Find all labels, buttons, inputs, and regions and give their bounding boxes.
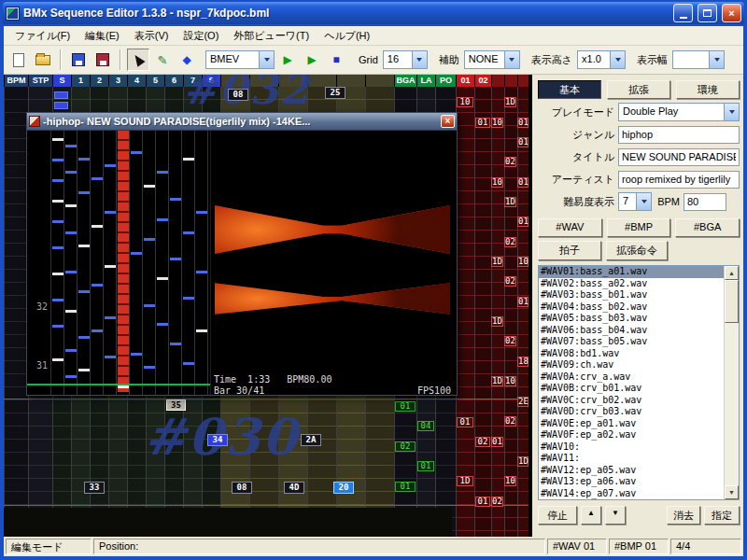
grid-cell[interactable]: 1D: [491, 376, 503, 386]
player-close-button[interactable]: ×: [441, 115, 455, 128]
bmp-button[interactable]: #BMP: [607, 218, 671, 237]
menu-settings[interactable]: 設定(O): [176, 26, 226, 46]
grid-cell[interactable]: 02: [504, 157, 516, 167]
grid-cell[interactable]: 01: [517, 137, 529, 147]
grid-cell[interactable]: 04: [417, 421, 434, 431]
grid-cell[interactable]: 34: [207, 434, 228, 446]
player-window-titlebar[interactable]: -hiphop- NEW SOUND PARADISE(tigerlily mi…: [27, 113, 457, 130]
wav-list-item[interactable]: #WAV0B:crv_b01.wav: [539, 383, 724, 395]
titlebar[interactable]: BMx Sequence Editor 1.3.8 - nspr_7kdpoc.…: [3, 2, 744, 24]
bpm-field[interactable]: [684, 193, 726, 211]
grid-cell[interactable]: [54, 102, 68, 109]
open-file-button[interactable]: [32, 49, 54, 71]
assign-button[interactable]: 指定: [704, 506, 740, 525]
object-tool-button[interactable]: ◆: [176, 49, 198, 71]
grid-cell[interactable]: 1D: [491, 316, 503, 327]
grid-cell[interactable]: 01: [517, 297, 529, 307]
grid-cell[interactable]: 10: [491, 118, 503, 128]
menu-external-viewer[interactable]: 外部ビューワ(T): [226, 26, 317, 46]
menu-help[interactable]: ヘルプ(H): [317, 26, 377, 46]
grid-cell[interactable]: [54, 91, 68, 99]
stop-button[interactable]: ■: [325, 49, 347, 71]
grid-lane[interactable]: [474, 87, 491, 537]
scrollbar[interactable]: ▲ ▼: [724, 266, 739, 499]
grid-cell[interactable]: 02: [491, 497, 503, 507]
save-button[interactable]: [67, 49, 90, 71]
wav-list-item[interactable]: #WAV12:ep_a05.wav: [539, 465, 724, 477]
grid-cell[interactable]: 10: [457, 97, 473, 107]
grid-cell[interactable]: 08: [232, 482, 252, 494]
wav-list-item[interactable]: #WAV0C:crv_b02.wav: [539, 395, 724, 407]
move-up-button[interactable]: ▲: [581, 506, 601, 525]
new-file-button[interactable]: [7, 49, 30, 71]
edit-mode-combo[interactable]: BMEV: [205, 50, 275, 69]
view-height-combo[interactable]: x1.0: [577, 50, 626, 69]
wav-list-item[interactable]: #WAV03:bass_b01.wav: [539, 289, 724, 301]
grid-cell[interactable]: 02: [395, 441, 416, 452]
grid-cell[interactable]: 01: [395, 401, 416, 412]
grid-lane[interactable]: [517, 87, 529, 537]
grid-cell[interactable]: 01: [475, 118, 490, 128]
stop-sound-button[interactable]: 停止: [538, 506, 577, 525]
menu-view[interactable]: 表示(V): [127, 26, 176, 46]
view-width-combo[interactable]: [672, 50, 725, 69]
play-from-bar-button[interactable]: ▶: [301, 49, 323, 71]
meter-button[interactable]: 拍子: [538, 241, 601, 260]
scrollbar-track[interactable]: [725, 280, 739, 485]
grid-cell[interactable]: [4, 505, 529, 506]
wav-button[interactable]: #WAV: [538, 218, 602, 237]
play-button[interactable]: ▶: [276, 49, 299, 71]
grid-cell[interactable]: 01: [457, 417, 473, 427]
grid-cell[interactable]: 18: [517, 357, 529, 367]
wav-list-item[interactable]: #WAV08:bd1.wav: [539, 348, 724, 360]
chevron-down-icon[interactable]: [259, 51, 274, 68]
menu-edit[interactable]: 編集(E): [78, 26, 127, 46]
grid-cell[interactable]: 02: [475, 437, 490, 447]
grid-cell[interactable]: 10: [504, 376, 516, 386]
difficulty-combo[interactable]: 7: [618, 192, 652, 211]
wav-list-item[interactable]: #WAV0A:crv_a.wav: [539, 371, 724, 384]
chevron-down-icon[interactable]: [724, 104, 739, 120]
wav-list-item[interactable]: #WAV09:ch.wav: [539, 359, 724, 371]
scrollbar-thumb[interactable]: [725, 280, 739, 323]
grid-lane[interactable]: [4, 87, 28, 537]
grid-cell[interactable]: 25: [325, 87, 345, 99]
grid-cell[interactable]: 1D: [517, 456, 529, 467]
wav-list-item[interactable]: #WAV0F:ep_a02.wav: [539, 429, 724, 441]
grid-cell[interactable]: 10: [491, 177, 503, 188]
wav-list-item[interactable]: #WAV07:bass_b05.wav: [539, 336, 724, 348]
grid-cell[interactable]: 10: [517, 257, 529, 267]
wav-list-item[interactable]: #WAV10:: [539, 441, 724, 454]
wav-list-item[interactable]: #WAV02:bass_a02.wav: [539, 278, 724, 290]
grid-cell[interactable]: 4D: [284, 482, 304, 494]
chevron-down-icon[interactable]: [610, 51, 625, 68]
scroll-down-icon[interactable]: ▼: [725, 485, 739, 499]
grid-cell[interactable]: 33: [84, 482, 105, 494]
grid-cell[interactable]: 01: [475, 497, 490, 507]
minimize-button[interactable]: [673, 4, 693, 22]
save-as-button[interactable]: [92, 49, 114, 71]
wav-list-item[interactable]: #WAV13:ep_a06.wav: [539, 476, 724, 488]
wav-list-item[interactable]: #WAV0D:crv_b03.wav: [539, 406, 724, 418]
tab-basic[interactable]: 基本: [538, 80, 601, 99]
wav-list-item[interactable]: #WAV04:bass_b02.wav: [539, 301, 724, 314]
grid-cell[interactable]: 02: [504, 336, 516, 346]
grid-cell[interactable]: 01: [517, 118, 529, 128]
grid-cell[interactable]: 1D: [457, 476, 473, 486]
assist-combo[interactable]: NONE: [464, 50, 520, 69]
grid-cell[interactable]: 1D: [504, 197, 516, 207]
clear-button[interactable]: 消去: [667, 506, 700, 525]
grid-cell[interactable]: 01: [491, 437, 503, 447]
chevron-down-icon[interactable]: [504, 51, 519, 68]
scroll-up-icon[interactable]: ▲: [725, 266, 739, 280]
pen-tool-button[interactable]: ✎: [151, 49, 174, 71]
grid-cell[interactable]: 02: [504, 416, 516, 427]
grid-lane[interactable]: [504, 87, 517, 537]
grid-cell[interactable]: 1D: [491, 257, 503, 267]
wav-list-item[interactable]: #WAV01:bass_a01.wav: [539, 266, 724, 278]
grid-lane[interactable]: [491, 87, 504, 537]
grid-cell[interactable]: 10: [504, 476, 516, 486]
grid-cell[interactable]: 01: [395, 482, 416, 492]
wav-list-item[interactable]: #WAV11:: [539, 453, 724, 465]
tab-environment[interactable]: 環境: [676, 80, 740, 99]
